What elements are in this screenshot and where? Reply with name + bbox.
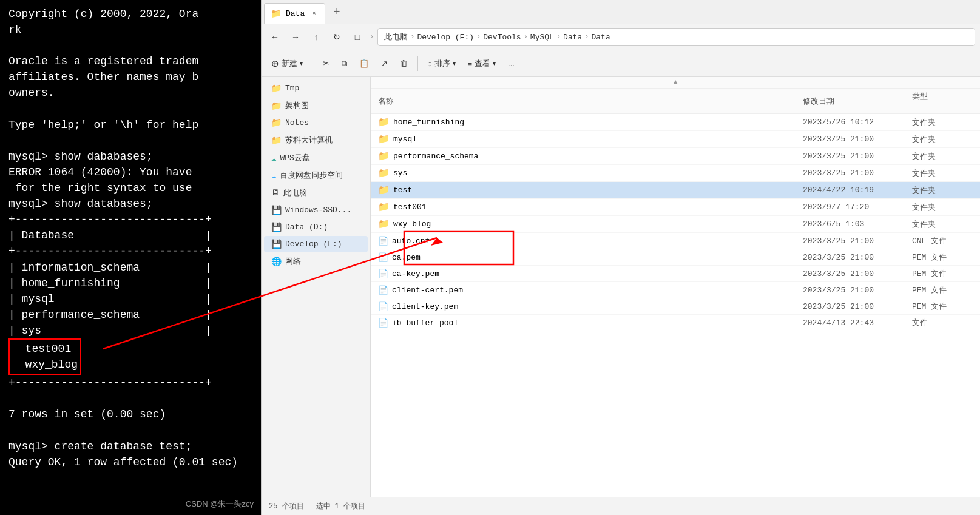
folder-icon: 📁: [271, 135, 282, 146]
file-row[interactable]: 📁 wxy_blog 2023/6/5 1:03 文件夹: [371, 216, 980, 233]
cut-icon: ✂: [323, 59, 329, 68]
paste-button[interactable]: 📋: [354, 56, 374, 70]
file-list: ▲ 名称 修改日期 类型 ▲ 📁 home_furnishing 2023/5/…: [371, 77, 980, 497]
status-bar: 25 个项目 选中 1 个项目: [262, 497, 980, 515]
more-button[interactable]: ...: [503, 56, 519, 70]
file-name-label: ib_buffer_pool: [392, 318, 458, 328]
new-icon: ⊕: [271, 58, 279, 69]
share-button[interactable]: ↗: [376, 56, 393, 70]
tab-new-button[interactable]: +: [330, 6, 344, 18]
file-row[interactable]: 📄 auto.cnf 2023/3/25 21:00 CNF 文件: [371, 233, 980, 249]
sidebar-label: 百度网盘同步空间: [280, 170, 343, 181]
file-date: 2023/9/7 17:20: [803, 203, 912, 212]
sort-icon: ↕: [428, 59, 432, 68]
folder-icon: 📁: [378, 201, 390, 213]
file-type: CNF 文件: [912, 235, 973, 246]
copy-button[interactable]: ⧉: [337, 56, 352, 71]
file-type: PEM 文件: [912, 301, 973, 312]
file-date: 2023/3/25 21:00: [803, 135, 912, 144]
file-row[interactable]: 📄 client-cert.pem 2023/3/25 21:00 PEM 文件: [371, 282, 980, 298]
new-label: 新建: [282, 58, 297, 69]
sidebar-label: Notes: [285, 118, 309, 127]
file-name: 📁 home_furnishing: [378, 116, 803, 128]
sidebar-item-computer[interactable]: 🖥 此电脑: [264, 184, 368, 201]
file-name-label: ca.pem: [392, 253, 421, 262]
file-row[interactable]: 📁 test001 2023/9/7 17:20 文件夹: [371, 199, 980, 216]
file-icon: 📄: [378, 318, 388, 328]
file-name-label: ca-key.pem: [392, 269, 439, 278]
sidebar-item-windows[interactable]: 💾 Windows-SSD...: [264, 202, 368, 218]
new-button[interactable]: ⊕ 新建 ▾: [266, 56, 308, 72]
up-button[interactable]: ↑: [308, 29, 325, 45]
file-row[interactable]: 📁 test 2024/4/22 10:19 文件夹: [371, 182, 980, 199]
file-type: 文件夹: [912, 185, 973, 196]
sidebar-item-wps[interactable]: ☁ WPS云盘: [264, 149, 368, 166]
address-bar[interactable]: 此电脑 › Develop (F:) › DevTools › MySQL › …: [377, 28, 975, 46]
addr-part-2: Develop (F:): [417, 33, 474, 42]
tab-close-button[interactable]: ×: [312, 10, 316, 17]
folder-icon: 📁: [378, 184, 390, 196]
folder-icon: 📁: [271, 118, 282, 128]
file-row[interactable]: 📁 home_furnishing 2023/5/26 10:12 文件夹: [371, 114, 980, 131]
addr-part-1: 此电脑: [384, 32, 408, 42]
sidebar-item-baidu[interactable]: ☁ 百度网盘同步空间: [264, 167, 368, 184]
file-row[interactable]: 📁 mysql 2023/3/25 21:00 文件夹: [371, 131, 980, 148]
sidebar-item-tmp[interactable]: 📁 Tmp: [264, 80, 368, 96]
refresh-button[interactable]: ↻: [328, 29, 345, 45]
folder-icon: 📁: [378, 133, 390, 145]
file-date: 2023/6/5 1:03: [803, 220, 912, 229]
sidebar-item-develop[interactable]: 💾 Develop (F:): [264, 236, 368, 252]
expand-button[interactable]: □: [349, 29, 366, 45]
file-row[interactable]: 📄 client-key.pem 2023/3/25 21:00 PEM 文件: [371, 298, 980, 315]
file-row[interactable]: 📄 ca.pem 2023/3/25 21:00 PEM 文件: [371, 249, 980, 266]
file-date: 2023/3/25 21:00: [803, 302, 912, 311]
file-icon: 📄: [378, 236, 388, 246]
sidebar-item-data-d[interactable]: 💾 Data (D:): [264, 219, 368, 235]
file-row[interactable]: 📄 ca-key.pem 2023/3/25 21:00 PEM 文件: [371, 266, 980, 282]
file-date: 2024/4/22 10:19: [803, 186, 912, 195]
file-explorer: 📁 Data × + ← → ↑ ↻ □ › 此电脑 › Develop (F:…: [261, 0, 980, 515]
file-date: 2023/3/25 21:00: [803, 237, 912, 246]
sort-button[interactable]: ↕ 排序 ▾: [423, 56, 461, 72]
action-toolbar: ⊕ 新建 ▾ ✂ ⧉ 📋 ↗ 🗑 ↕ 排序 ▾ ≡ 查看 ▾: [262, 50, 980, 77]
delete-button[interactable]: 🗑: [395, 56, 413, 70]
file-name-label: test: [393, 186, 412, 195]
file-type: 文件夹: [912, 219, 973, 230]
file-name-label: client-cert.pem: [392, 286, 463, 295]
view-icon: ≡: [468, 59, 473, 68]
col-header-name: 名称: [378, 93, 803, 109]
file-icon: 📄: [378, 285, 388, 295]
cut-button[interactable]: ✂: [318, 56, 334, 70]
file-name: 📄 client-key.pem: [378, 301, 803, 312]
forward-button[interactable]: →: [287, 29, 304, 45]
content-area: 📁 Tmp 📁 架构图 📁 Notes 📁 苏科大计算机 ☁ WPS云盘 ☁: [262, 77, 980, 497]
status-total: 25 个项目: [269, 501, 304, 511]
sidebar-label: 苏科大计算机: [285, 135, 333, 146]
csdn-watermark: CSDN @朱一头zcy: [186, 499, 254, 510]
file-row[interactable]: 📁 sys 2023/3/25 21:00 文件夹: [371, 165, 980, 182]
sidebar-item-sukeda[interactable]: 📁 苏科大计算机: [264, 132, 368, 149]
file-icon: 📄: [378, 252, 388, 263]
file-name-label: performance_schema: [393, 152, 478, 161]
folder-icon: 📁: [378, 150, 390, 162]
new-chevron: ▾: [300, 60, 303, 67]
address-sep-1: ›: [370, 33, 374, 41]
sidebar-item-jiagoutu[interactable]: 📁 架构图: [264, 97, 368, 114]
addr-sep-1: ›: [410, 33, 414, 41]
file-row[interactable]: 📁 performance_schema 2023/3/25 21:00 文件夹: [371, 148, 980, 165]
file-type: 文件: [912, 317, 973, 328]
view-button[interactable]: ≡ 查看 ▾: [463, 56, 501, 72]
view-label: 查看: [475, 58, 490, 69]
highlighted-db-entries: test001 wxy_blog: [12, 341, 78, 372]
file-date: 2023/3/25 21:00: [803, 269, 912, 278]
back-button[interactable]: ←: [266, 29, 283, 45]
network-icon: 🌐: [271, 257, 282, 267]
file-row[interactable]: 📄 ib_buffer_pool 2024/4/13 22:43 文件: [371, 315, 980, 331]
file-rows-container: 📁 home_furnishing 2023/5/26 10:12 文件夹 📁 …: [371, 114, 980, 331]
tab-data[interactable]: 📁 Data ×: [264, 3, 325, 24]
sidebar-item-notes[interactable]: 📁 Notes: [264, 115, 368, 131]
paste-icon: 📋: [359, 59, 369, 68]
computer-icon: 🖥: [271, 188, 280, 198]
file-date: 2023/3/25 21:00: [803, 253, 912, 262]
sidebar-item-network[interactable]: 🌐 网络: [264, 253, 368, 270]
